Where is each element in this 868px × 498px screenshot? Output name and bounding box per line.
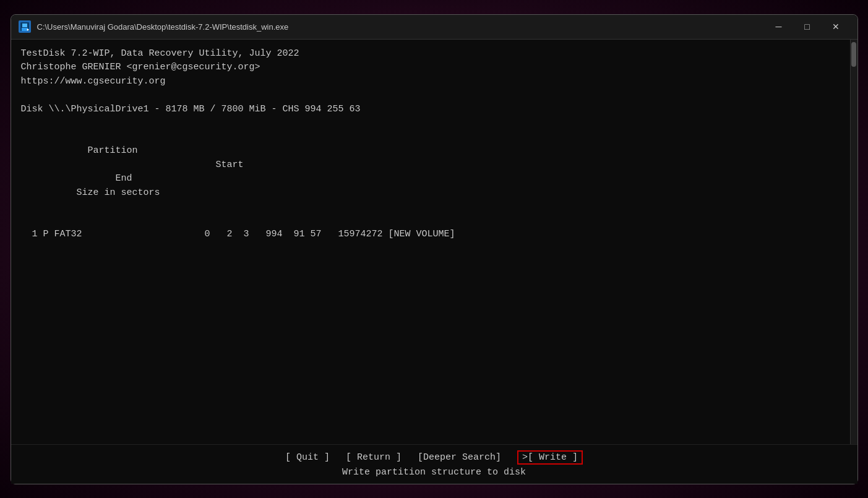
maximize-button[interactable]: □ <box>793 17 822 36</box>
scrollbar-thumb[interactable] <box>851 42 856 67</box>
window-controls: ─ □ ✕ <box>765 17 850 36</box>
main-window: C:\Users\Manuviraj Godara\Desktop\testdi… <box>11 14 858 484</box>
terminal-line-blank <box>21 214 840 228</box>
svg-rect-2 <box>22 28 28 31</box>
return-button[interactable]: [ Return ] <box>346 452 402 463</box>
terminal-line-2: Christophe GRENIER <grenier@cgsecurity.o… <box>21 61 840 75</box>
terminal-output: TestDisk 7.2-WIP, Data Recovery Utility,… <box>11 40 850 444</box>
window-title: C:\Users\Manuviraj Godara\Desktop\testdi… <box>37 22 760 32</box>
partition-row-1: 1 P FAT32 0 2 3 994 91 57 15974272 [NEW … <box>21 228 840 242</box>
close-button[interactable]: ✕ <box>822 17 850 36</box>
spacer-3 <box>504 452 515 463</box>
col-end-label: End <box>66 173 132 184</box>
terminal-line-4 <box>21 88 840 103</box>
scrollbar[interactable] <box>850 40 857 444</box>
write-description: Write partition structure to disk <box>342 467 526 478</box>
terminal-line-6 <box>21 116 840 131</box>
write-button[interactable]: >[ Write ] <box>517 450 583 465</box>
spacer-1 <box>332 452 343 463</box>
col-partition-label: Partition <box>66 145 138 156</box>
deeper-search-button[interactable]: [Deeper Search] <box>418 452 501 463</box>
titlebar: C:\Users\Manuviraj Godara\Desktop\testdi… <box>11 15 857 40</box>
bottom-bar: [ Quit ] [ Return ] [Deeper Search] >[ W… <box>11 444 857 484</box>
terminal-line-3: https://www.cgsecurity.org <box>21 75 840 89</box>
terminal-disk-info: Disk \\.\PhysicalDrive1 - 8178 MB / 7800… <box>21 103 840 117</box>
quit-button[interactable]: [ Quit ] <box>285 452 330 463</box>
spacer-2 <box>404 452 415 463</box>
svg-point-4 <box>27 29 28 31</box>
partition-header: Partition Start End Size in sectors <box>21 131 840 214</box>
col-size-label: Size in sectors <box>66 187 160 198</box>
col-start-label: Start <box>66 160 244 170</box>
content-area: TestDisk 7.2-WIP, Data Recovery Utility,… <box>11 40 857 444</box>
action-buttons: [ Quit ] [ Return ] [Deeper Search] >[ W… <box>285 450 583 465</box>
terminal-line-1: TestDisk 7.2-WIP, Data Recovery Utility,… <box>21 47 840 61</box>
app-icon <box>19 20 31 33</box>
minimize-button[interactable]: ─ <box>765 17 793 36</box>
svg-rect-3 <box>22 24 27 27</box>
